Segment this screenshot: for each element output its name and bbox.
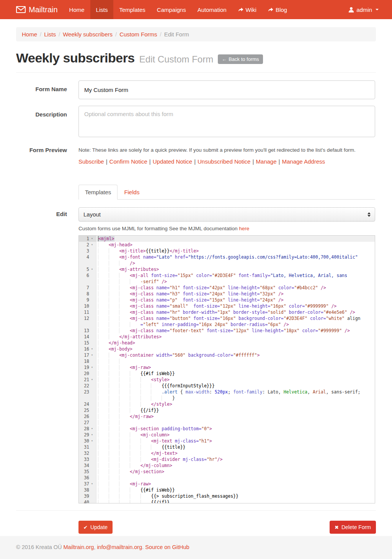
line-number: 25 bbox=[79, 407, 89, 413]
fold-arrow-icon[interactable]: ▾ bbox=[89, 242, 95, 248]
preview-links: Subscribe|Confirm Notice|Updated Notice|… bbox=[78, 158, 375, 165]
fold-arrow-icon[interactable]: ▾ bbox=[89, 352, 95, 358]
nav-item-blog[interactable]: Blog bbox=[262, 0, 293, 19]
gutter: 13 bbox=[79, 328, 96, 334]
code-line: /> bbox=[79, 260, 375, 266]
code-line: 12 <mj-class name="button" font-size="16… bbox=[79, 315, 375, 321]
fold-spacer bbox=[89, 370, 95, 377]
gutter: 4 bbox=[79, 254, 96, 260]
fold-spacer bbox=[89, 272, 95, 279]
code-line: 33 <mj-divider mj-class="hr"/> bbox=[79, 456, 375, 462]
code-text: <mj-head> bbox=[96, 242, 132, 248]
fold-arrow-icon[interactable]: ▾ bbox=[89, 236, 95, 242]
gutter: 31 bbox=[79, 444, 96, 450]
code-line: 2▾ <mj-head> bbox=[79, 242, 375, 248]
gutter bbox=[79, 321, 96, 328]
code-text: <mj-text mj-class="h1"> bbox=[96, 438, 212, 444]
line-number: 34 bbox=[79, 462, 89, 469]
fold-arrow-icon[interactable]: ▾ bbox=[89, 432, 95, 438]
breadcrumb-link-weekly-subscribers[interactable]: Weekly subscribers bbox=[63, 31, 113, 38]
preview-link-subscribe[interactable]: Subscribe bbox=[78, 158, 104, 165]
preview-link-manage[interactable]: Manage bbox=[256, 158, 276, 165]
fold-arrow-icon[interactable]: ▾ bbox=[89, 438, 95, 444]
link-separator: | bbox=[277, 158, 282, 165]
fold-arrow-icon[interactable]: ▾ bbox=[89, 346, 95, 352]
gutter: 33 bbox=[79, 456, 96, 462]
code-text: </style> bbox=[96, 401, 172, 407]
fold-spacer bbox=[89, 328, 95, 334]
back-arrow-icon: ← bbox=[222, 56, 227, 62]
line-number: 29 bbox=[79, 432, 89, 438]
nav-item-wiki[interactable]: Wiki bbox=[232, 0, 262, 19]
code-line: 23 .alert { max-width: 520px; font-famil… bbox=[79, 389, 375, 395]
gutter: 24 bbox=[79, 401, 96, 407]
line-number: 24 bbox=[79, 401, 89, 407]
code-line: 35 </mj-section> bbox=[79, 469, 375, 475]
line-number: 12 bbox=[79, 315, 89, 321]
gutter: 11 bbox=[79, 309, 96, 315]
code-text: <mj-title>{{title}}</mj-title> bbox=[96, 248, 199, 254]
code-text: {{{formInputStyle}}} bbox=[96, 383, 215, 389]
nav-item-lists[interactable]: Lists bbox=[90, 0, 114, 19]
nav-item-label: Home bbox=[69, 7, 85, 13]
line-number: 13 bbox=[79, 328, 89, 334]
update-button[interactable]: ✔ Update bbox=[78, 521, 113, 534]
code-text: <mj-all font-size="15px" color="#2D3E4F"… bbox=[96, 272, 347, 279]
gutter: 23 bbox=[79, 389, 96, 395]
line-number: 28 bbox=[79, 426, 89, 432]
line-number: 18 bbox=[79, 358, 89, 364]
breadcrumb-link-lists[interactable]: Lists bbox=[44, 31, 56, 38]
line-number: 35 bbox=[79, 469, 89, 475]
preview-link-manage-address[interactable]: Manage Address bbox=[282, 158, 325, 165]
form-name-field[interactable] bbox=[78, 80, 375, 99]
fold-arrow-icon[interactable]: ▾ bbox=[89, 426, 95, 432]
code-line: 36 bbox=[79, 475, 375, 481]
preview-link-updated-notice[interactable]: Updated Notice bbox=[153, 158, 192, 165]
nav-item-home[interactable]: Home bbox=[64, 0, 90, 19]
fold-arrow-icon[interactable]: ▾ bbox=[89, 481, 95, 487]
mjml-code-editor[interactable]: 1▾<mjml>2▾ <mj-head>3 <mj-title>{{title}… bbox=[78, 235, 375, 503]
delete-form-button[interactable]: ✖ Delete Form bbox=[330, 521, 376, 534]
line-number: 31 bbox=[79, 444, 89, 450]
fold-arrow-icon[interactable]: ▾ bbox=[89, 364, 95, 370]
line-number: 37 bbox=[79, 481, 89, 487]
fold-arrow-icon[interactable]: ▾ bbox=[89, 266, 95, 272]
code-text: <mj-section padding-bottom="0"> bbox=[96, 426, 212, 432]
link-separator: | bbox=[192, 158, 198, 165]
gutter: 18 bbox=[79, 358, 96, 364]
breadcrumb-link-custom-forms[interactable]: Custom Forms bbox=[119, 31, 157, 38]
line-number: 21 bbox=[79, 377, 89, 383]
divider bbox=[16, 510, 376, 511]
fold-spacer bbox=[89, 309, 95, 315]
user-menu[interactable]: admin bbox=[345, 0, 382, 19]
gutter: 19▾ bbox=[79, 364, 96, 370]
gutter: 39 bbox=[79, 493, 96, 499]
gutter: 25 bbox=[79, 407, 96, 413]
template-select-value: Layout bbox=[83, 211, 101, 218]
code-line: 34 </mj-column> bbox=[79, 462, 375, 469]
breadcrumb-separator: / bbox=[157, 31, 164, 38]
nav-item-campaigns[interactable]: Campaigns bbox=[151, 0, 192, 19]
code-line: 4 <mj-font name="Lato" href="https://fon… bbox=[79, 254, 375, 260]
back-to-forms-button[interactable]: ← Back to forms bbox=[218, 54, 263, 64]
tab-templates[interactable]: Templates bbox=[78, 185, 118, 200]
github-source-link[interactable]: Source on GitHub bbox=[145, 544, 189, 550]
brand[interactable]: Mailtrain bbox=[10, 0, 64, 19]
fold-spacer bbox=[89, 303, 95, 309]
nav-item-templates[interactable]: Templates bbox=[113, 0, 151, 19]
email-link[interactable]: info@mailtrain.org bbox=[97, 544, 142, 550]
mailtrain-org-link[interactable]: Mailtrain.org bbox=[64, 544, 94, 550]
mjml-docs-link[interactable]: here bbox=[239, 226, 249, 231]
breadcrumb-link-home[interactable]: Home bbox=[22, 31, 37, 38]
nav-item-automation[interactable]: Automation bbox=[192, 0, 232, 19]
fold-arrow-icon[interactable]: ▾ bbox=[89, 377, 95, 383]
gutter: 34 bbox=[79, 462, 96, 469]
tab-fields[interactable]: Fields bbox=[118, 185, 146, 200]
preview-link-unsubscribed-notice[interactable]: Unsubscribed Notice bbox=[198, 158, 250, 165]
template-select[interactable]: Layout bbox=[78, 207, 375, 221]
description-field[interactable] bbox=[78, 106, 375, 137]
code-line: 25 {{/if}} bbox=[79, 407, 375, 413]
copyright-text: © 2016 Kreata OÜ bbox=[16, 544, 64, 550]
preview-link-confirm-notice[interactable]: Confirm Notice bbox=[109, 158, 147, 165]
gutter: 2▾ bbox=[79, 242, 96, 248]
